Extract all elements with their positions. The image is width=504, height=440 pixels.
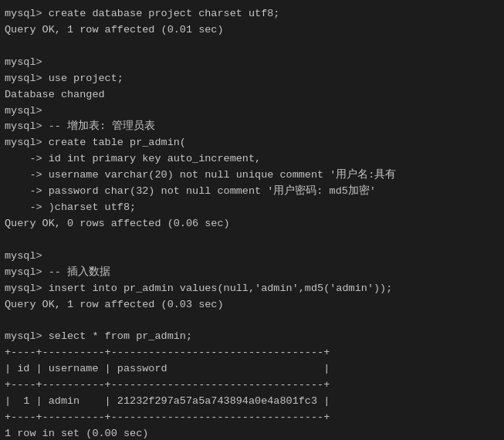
terminal-line-26: +----+----------+-----------------------… xyxy=(5,410,499,426)
terminal-line-4: mysql> xyxy=(5,55,499,71)
terminal-window: mysql> create database project charset u… xyxy=(0,0,504,440)
terminal-line-21: mysql> select * from pr_admin; xyxy=(5,329,499,345)
terminal-line-7: mysql> xyxy=(5,103,499,120)
terminal-line-15 xyxy=(5,232,499,249)
terminal-line-12: -> password char(32) not null comment '用… xyxy=(5,184,499,200)
terminal-line-17: mysql> -- 插入数据 xyxy=(5,265,499,281)
terminal-line-13: -> )charset utf8; xyxy=(5,200,499,216)
terminal-line-14: Query OK, 0 rows affected (0.06 sec) xyxy=(5,216,499,232)
terminal-line-11: -> username varchar(20) not null unique … xyxy=(5,168,499,184)
terminal-line-8: mysql> -- 增加表: 管理员表 xyxy=(5,119,499,135)
terminal-line-27: 1 row in set (0.00 sec) xyxy=(5,426,499,440)
terminal-line-16: mysql> xyxy=(5,249,499,265)
terminal-line-3 xyxy=(5,39,499,55)
terminal-line-20 xyxy=(5,313,499,330)
terminal-line-9: mysql> create table pr_admin( xyxy=(5,135,499,151)
terminal-line-18: mysql> insert into pr_admin values(null,… xyxy=(5,281,499,297)
terminal-line-10: -> id int primary key auto_increment, xyxy=(5,151,499,168)
terminal-line-24: +----+----------+-----------------------… xyxy=(5,377,499,394)
terminal-line-23: | id | username | password | xyxy=(5,361,499,377)
terminal-line-2: Query OK, 1 row affected (0.01 sec) xyxy=(5,22,499,39)
terminal-line-5: mysql> use project; xyxy=(5,71,499,87)
terminal-line-22: +----+----------+-----------------------… xyxy=(5,345,499,361)
terminal-line-1: mysql> create database project charset u… xyxy=(5,6,499,22)
terminal-line-19: Query OK, 1 row affected (0.03 sec) xyxy=(5,297,499,313)
terminal-line-6: Database changed xyxy=(5,87,499,103)
terminal-line-25: | 1 | admin | 21232f297a57a5a743894a0e4a… xyxy=(5,394,499,410)
